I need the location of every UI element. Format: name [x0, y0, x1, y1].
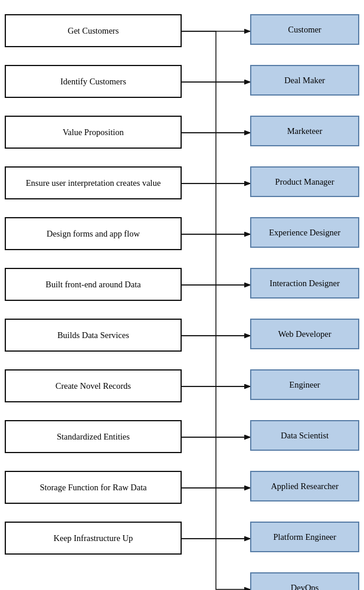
diagram: Get CustomersIdentify CustomersValue Pro… [0, 0, 364, 590]
right-box-engineer: Engineer [250, 369, 359, 400]
right-box-platform-engineer: Platform Engineer [250, 522, 359, 552]
right-box-product-manager: Product Manager [250, 166, 359, 197]
left-box-keep-infra: Keep Infrastructure Up [5, 522, 182, 555]
right-box-devops: DevOps [250, 572, 359, 590]
right-box-deal-maker: Deal Maker [250, 65, 359, 96]
left-box-design-forms: Design forms and app flow [5, 217, 182, 250]
right-box-web-developer: Web Developer [250, 319, 359, 349]
right-box-customer: Customer [250, 14, 359, 45]
left-box-builds-data: Builds Data Services [5, 319, 182, 352]
right-box-data-scientist: Data Scientist [250, 420, 359, 451]
left-box-identify-customers: Identify Customers [5, 65, 182, 98]
left-box-storage-raw: Storage Function for Raw Data [5, 471, 182, 504]
left-box-value-proposition: Value Proposition [5, 116, 182, 149]
right-box-experience-designer: Experience Designer [250, 217, 359, 248]
left-box-create-novel: Create Novel Records [5, 369, 182, 402]
left-box-built-frontend: Built front-end around Data [5, 268, 182, 301]
right-box-interaction-designer: Interaction Designer [250, 268, 359, 299]
left-box-ensure-user: Ensure user interpretation creates value [5, 166, 182, 199]
right-box-marketeer: Marketeer [250, 116, 359, 146]
left-box-standardized: Standardized Entities [5, 420, 182, 453]
left-box-get-customers: Get Customers [5, 14, 182, 47]
right-box-applied-researcher: Applied Researcher [250, 471, 359, 502]
